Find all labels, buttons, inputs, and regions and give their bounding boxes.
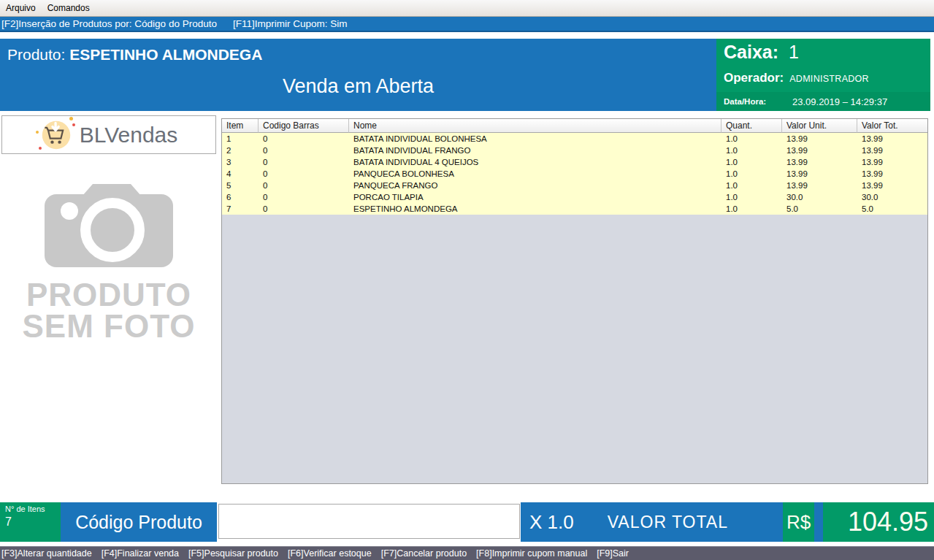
table-cell: 0	[259, 191, 349, 203]
quantity-multiplier: X 1.0	[529, 511, 574, 534]
item-count-box: N° de Itens 7	[0, 502, 61, 542]
table-cell: 2	[222, 145, 259, 156]
table-cell: 0	[259, 168, 349, 180]
table-cell: 0	[259, 133, 349, 145]
caixa-label: Caixa:	[724, 42, 778, 62]
menu-item-arquivo[interactable]: Arquivo	[6, 3, 36, 13]
datahora-label: Data/Hora:	[724, 97, 792, 106]
table-cell: 1.0	[721, 191, 782, 203]
product-code-label: Código Produto	[61, 502, 217, 542]
column-header[interactable]: Codigo Barras	[259, 119, 349, 133]
table-row[interactable]: 70ESPETINHO ALMONDEGA1.05.05.0	[222, 203, 927, 215]
table-cell: 1.0	[721, 168, 782, 180]
table-empty-area	[222, 215, 927, 483]
status-bar: [F3]Alterar quantidade[F4]Finalizar vend…	[0, 546, 934, 560]
table-row[interactable]: 10BATATA INDIVIDUAL BOLONHESA1.013.9913.…	[222, 133, 927, 145]
table-row[interactable]: 40PANQUECA BOLONHESA1.013.9913.99	[222, 168, 927, 180]
table-row[interactable]: 20BATATA INDIVIDUAL FRANGO1.013.9913.99	[222, 145, 927, 156]
table-cell: 3	[222, 156, 259, 168]
column-header[interactable]: Nome	[349, 119, 721, 133]
sale-header: Produto: ESPETINHO ALMONDEGA Venda em Ab…	[0, 39, 934, 111]
table-cell: 13.99	[782, 156, 857, 168]
items-table: ItemCodigo BarrasNomeQuant.Valor Unit.Va…	[221, 118, 928, 484]
shortcut-insertion-mode: [F2]Inserção de Produtos por: Código do …	[1, 18, 217, 29]
table-cell: BATATA INDIVIDUAL BOLONHESA	[349, 133, 721, 145]
table-cell: 5.0	[782, 203, 857, 215]
product-name: ESPETINHO ALMONDEGA	[69, 46, 262, 63]
table-cell: 13.99	[782, 168, 857, 180]
caixa-value: 1	[789, 42, 799, 62]
sale-status: Venda em Aberta	[0, 75, 716, 98]
valor-total-label: VALOR TOTAL	[608, 513, 728, 532]
shortcut-bar: [F2]Inserção de Produtos por: Código do …	[0, 17, 934, 32]
table-cell: 13.99	[857, 145, 927, 156]
table-cell: 13.99	[857, 156, 927, 168]
column-header[interactable]: Quant.	[721, 119, 782, 133]
column-header[interactable]: Item	[222, 119, 259, 133]
table-cell: 13.99	[782, 133, 857, 145]
bottom-bar: N° de Itens 7 Código Produto X 1.0 VALOR…	[0, 502, 934, 542]
total-section: X 1.0 VALOR TOTAL	[521, 502, 783, 542]
no-photo-text: PRODUTO SEM FOTO	[13, 279, 204, 342]
table-cell: 13.99	[857, 180, 927, 191]
product-code-input-wrap	[217, 502, 521, 542]
product-photo-placeholder: PRODUTO SEM FOTO	[13, 181, 204, 342]
operador-value: ADMINISTRADOR	[789, 74, 869, 84]
pos-window: ArquivoComandos [F2]Inserção de Produtos…	[0, 0, 934, 560]
table-row[interactable]: 30BATATA INDIVIDUAL 4 QUEIJOS1.013.9913.…	[222, 156, 927, 168]
table-cell: BATATA INDIVIDUAL FRANGO	[349, 145, 721, 156]
table-cell: 0	[259, 203, 349, 215]
table-cell: BATATA INDIVIDUAL 4 QUEIJOS	[349, 156, 721, 168]
currency-symbol: R$	[783, 502, 814, 542]
table-cell: 7	[222, 203, 259, 215]
table-cell: ESPETINHO ALMONDEGA	[349, 203, 721, 215]
table-cell: 5	[222, 180, 259, 191]
total-value: 104.95	[823, 502, 934, 542]
brand-name: BLVendas	[80, 123, 178, 147]
statusbar-item[interactable]: [F7]Cancelar produto	[381, 548, 467, 559]
statusbar-item[interactable]: [F6]Verificar estoque	[288, 548, 372, 559]
table-cell: 13.99	[857, 133, 927, 145]
table-cell: 13.99	[782, 145, 857, 156]
menu-item-comandos[interactable]: Comandos	[47, 3, 90, 13]
total-divider	[814, 502, 823, 542]
session-info-panel: Caixa:1 Operador: ADMINISTRADOR Data/Hor…	[716, 39, 930, 111]
table-cell: 1.0	[721, 203, 782, 215]
operador-line: Operador: ADMINISTRADOR	[724, 71, 869, 85]
table-row[interactable]: 50PANQUECA FRANGO1.013.9913.99	[222, 180, 927, 191]
table-cell: 13.99	[857, 168, 927, 180]
sale-header-blue: Produto: ESPETINHO ALMONDEGA Venda em Ab…	[0, 39, 716, 111]
item-count-label: N° de Itens	[5, 505, 61, 513]
table-cell: 1.0	[721, 156, 782, 168]
table-cell: PANQUECA FRANGO	[349, 180, 721, 191]
table-body: 10BATATA INDIVIDUAL BOLONHESA1.013.9913.…	[222, 133, 927, 215]
table-cell: 0	[259, 180, 349, 191]
table-cell: 4	[222, 168, 259, 180]
table-row[interactable]: 60PORCAO TILAPIA1.030.030.0	[222, 191, 927, 203]
statusbar-item[interactable]: [F8]Imprimir cupom manual	[476, 548, 587, 559]
operador-label: Operador:	[724, 71, 784, 85]
datahora-line: Data/Hora: 23.09.2019 – 14:29:37	[716, 92, 930, 111]
table-cell: 13.99	[782, 180, 857, 191]
column-header[interactable]: Valor Tot.	[857, 119, 927, 133]
statusbar-item[interactable]: [F5]Pesquisar produto	[188, 548, 278, 559]
product-code-input[interactable]	[218, 504, 520, 539]
statusbar-item[interactable]: [F9]Sair	[597, 548, 629, 559]
column-header[interactable]: Valor Unit.	[782, 119, 857, 133]
table-cell: 1.0	[721, 180, 782, 191]
item-count-value: 7	[5, 515, 61, 529]
datahora-value: 23.09.2019 – 14:29:37	[792, 96, 887, 107]
shortcut-print-coupon: [F11]Imprimir Cupom: Sim	[233, 18, 348, 29]
current-product-line: Produto: ESPETINHO ALMONDEGA	[7, 46, 262, 64]
cart-download-icon	[40, 119, 72, 151]
table-cell: 6	[222, 191, 259, 203]
statusbar-item[interactable]: [F4]Finalizar venda	[102, 548, 179, 559]
table-cell: PANQUECA BOLONHESA	[349, 168, 721, 180]
product-label: Produto:	[7, 46, 65, 63]
table-cell: 30.0	[857, 191, 927, 203]
table-cell: 0	[259, 145, 349, 156]
table-header-row: ItemCodigo BarrasNomeQuant.Valor Unit.Va…	[222, 119, 927, 133]
table-cell: 1.0	[721, 133, 782, 145]
caixa-line: Caixa:1	[724, 42, 799, 63]
statusbar-item[interactable]: [F3]Alterar quantidade	[1, 548, 92, 559]
